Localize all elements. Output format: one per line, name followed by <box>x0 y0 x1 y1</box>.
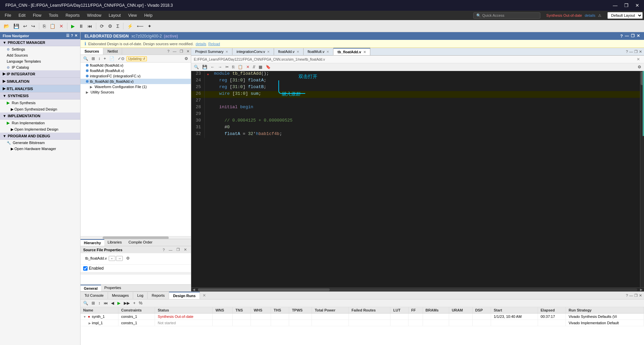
prog-header[interactable]: ▼ PROGRAM AND DEBUG <box>0 133 80 140</box>
simulation-header[interactable]: ▶ SIMULATION <box>0 78 80 85</box>
step-button[interactable]: ⏸ <box>77 22 85 30</box>
nav-question-icon[interactable]: ? <box>71 33 73 38</box>
col-ths[interactable]: THS <box>271 307 289 314</box>
rtl-header[interactable]: ▶ RTL ANALYSIS <box>0 85 80 92</box>
ed-cut-btn[interactable]: ✂ <box>224 64 230 70</box>
ed-search-btn[interactable]: 🔍 <box>193 64 200 70</box>
paste-button[interactable]: 📋 <box>48 22 57 30</box>
synth1-expand[interactable]: ▼ <box>83 315 86 319</box>
minimize-button[interactable]: — <box>611 2 620 9</box>
ed-fwd-btn[interactable]: → <box>217 64 223 70</box>
restore-button[interactable]: ❐ <box>622 2 631 9</box>
panel-min-btn[interactable]: — <box>171 49 178 54</box>
project-manager-header[interactable]: ▼ PROJECT MANAGER <box>0 39 80 46</box>
menu-file[interactable]: File <box>1 12 14 19</box>
tab-hierarchy[interactable]: Hierarchy <box>80 239 104 246</box>
sigma-button[interactable]: Σ <box>115 22 121 30</box>
sidebar-item-language-templates[interactable]: Language Templates <box>0 58 80 64</box>
tb-extra-2[interactable]: ⟵ <box>135 22 145 30</box>
sources-filter-btn[interactable]: ⊞ <box>90 56 96 62</box>
bottom-min-icon[interactable]: — <box>629 293 633 297</box>
editor-min-icon[interactable]: — <box>629 50 633 54</box>
sidebar-item-gen-bitstream[interactable]: 🔧 Generate Bitstream <box>0 140 80 146</box>
bottom-percent-btn[interactable]: % <box>138 300 144 306</box>
bottom-next-btn[interactable]: ▶▶ <box>122 300 131 306</box>
tab-log[interactable]: Log <box>133 292 148 299</box>
col-lut[interactable]: LUT <box>390 307 409 314</box>
sources-search-btn[interactable]: 🔍 <box>82 56 90 62</box>
scroll-left-btn[interactable]: ◀ <box>191 288 197 291</box>
menu-help[interactable]: Help <box>141 12 156 19</box>
menu-reports[interactable]: Reports <box>62 12 83 19</box>
bottom-tab-close[interactable]: ✕ <box>200 292 209 299</box>
bottom-run-btn[interactable]: ▶ <box>116 300 122 306</box>
refresh-button[interactable]: ⟳ <box>98 22 106 30</box>
tree-item-floatadd[interactable]: floatAdd (floatAdd.v) <box>80 63 191 68</box>
ed-settings-gear[interactable]: ⚙ <box>636 64 643 70</box>
sources-checks-btn[interactable]: ✓⊙ <box>116 56 126 62</box>
settings-button[interactable]: ⚙ <box>106 22 114 30</box>
elab-question-icon[interactable]: ? <box>620 33 623 39</box>
col-whs[interactable]: WHS <box>251 307 271 314</box>
ed-bookmark-btn[interactable]: 🔖 <box>264 64 272 70</box>
col-name[interactable]: Name <box>80 307 118 314</box>
col-brams[interactable]: BRAMs <box>423 307 449 314</box>
layout-select[interactable]: Default Layout <box>607 12 643 19</box>
menu-tools[interactable]: Tools <box>45 12 61 19</box>
col-status[interactable]: Status <box>155 307 213 314</box>
panel-close-btn[interactable]: ✕ <box>185 49 191 54</box>
bottom-prev-btn[interactable]: ◀ <box>110 300 115 306</box>
nav-pin-icon[interactable]: ☰ <box>66 33 69 38</box>
tree-item-integrationfc[interactable]: integrationFC (integrationFC.v) <box>80 73 191 79</box>
run-button[interactable]: ▶ <box>69 22 76 30</box>
impl-header[interactable]: ▼ IMPLEMENTATION <box>0 113 80 120</box>
col-uram[interactable]: URAM <box>449 307 472 314</box>
tree-item-tbfloatadd[interactable]: tb_floatAdd (tb_floatAdd.v) <box>80 79 191 84</box>
integrationconv-close[interactable]: ✕ <box>267 50 270 54</box>
synthesis-header[interactable]: ▼ SYNTHESIS <box>0 92 80 99</box>
tab-properties[interactable]: Properties <box>101 285 124 291</box>
sources-file-btn[interactable]: 📄 <box>108 56 116 62</box>
sidebar-item-hw-manager[interactable]: ▶ Open Hardware Manager <box>0 146 80 152</box>
editor-scrollbar-v[interactable] <box>640 71 644 287</box>
bottom-search-btn[interactable]: 🔍 <box>82 300 90 306</box>
sidebar-item-add-sources[interactable]: Add Sources <box>0 52 80 58</box>
tbfloatadd-tab-close[interactable]: ✕ <box>363 50 366 54</box>
tab-reports[interactable]: Reports <box>148 292 169 299</box>
tab-tbfloatadd[interactable]: tb_floatAdd.v ✕ <box>333 48 370 55</box>
col-tpws[interactable]: TPWS <box>289 307 312 314</box>
editor-question-icon[interactable]: ? <box>626 50 628 54</box>
tab-floatadd[interactable]: floatAdd.v ✕ <box>274 48 304 55</box>
details-link[interactable]: details <box>196 42 206 46</box>
props-max-btn[interactable]: ❐ <box>175 247 181 252</box>
col-ff[interactable]: FF <box>409 307 423 314</box>
col-total-power[interactable]: Total Power <box>312 307 349 314</box>
sources-scrollbar[interactable] <box>80 236 191 239</box>
enabled-label[interactable]: Enabled <box>83 266 188 271</box>
elab-max-icon[interactable]: ❐ <box>631 33 635 39</box>
menu-window[interactable]: Window <box>84 12 105 19</box>
col-dsp[interactable]: DSP <box>472 307 491 314</box>
sidebar-item-settings[interactable]: ⚙ Settings <box>0 46 80 52</box>
sidebar-item-run-synthesis[interactable]: ▶ Run Synthesis <box>0 99 80 106</box>
editor-hscroll-track[interactable] <box>198 288 637 291</box>
delete-button[interactable]: ✕ <box>58 22 65 30</box>
editor-scrollbar-h[interactable]: ◀ ▶ <box>191 287 644 291</box>
tb-extra-3[interactable]: ✦ <box>146 22 153 30</box>
nav-close-icon[interactable]: ✕ <box>74 33 77 38</box>
panel-max-btn[interactable]: ❐ <box>178 49 184 54</box>
elab-min-icon[interactable]: — <box>625 33 629 39</box>
tab-sources[interactable]: Sources <box>80 48 103 55</box>
file-settings-btn[interactable]: ⚙ <box>125 255 131 261</box>
elab-close-icon[interactable]: ✕ <box>637 33 640 39</box>
props-question-btn[interactable]: ? <box>161 247 166 252</box>
quick-access-bar[interactable]: 🔍 Quick Access <box>473 12 540 19</box>
ip-integrator-header[interactable]: ▶ IP INTEGRATOR <box>0 70 80 78</box>
file-props-scroll[interactable]: Enabled <box>80 264 191 284</box>
props-scrollbar[interactable] <box>80 272 191 275</box>
breakpoint-23[interactable]: ● <box>207 73 209 76</box>
ed-block-btn[interactable]: ▦ <box>257 64 264 70</box>
table-row-impl1[interactable]: ▶ impl_1 constrs_1 Not started <box>80 320 644 326</box>
sidebar-item-run-impl[interactable]: ▶ Run Implementation <box>0 120 80 126</box>
bottom-filter-btn[interactable]: ⊞ <box>90 300 96 306</box>
